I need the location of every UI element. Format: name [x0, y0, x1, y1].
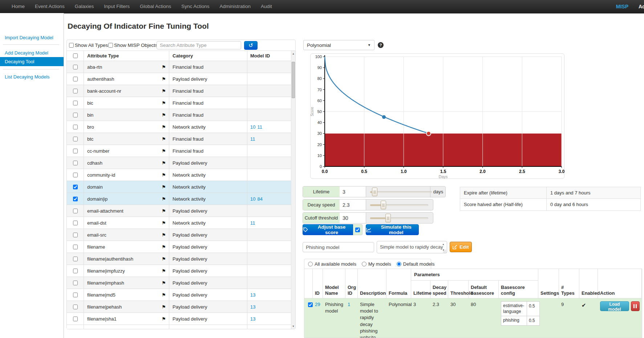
- filter-default-models[interactable]: Default models: [397, 261, 435, 267]
- model-id-link-11[interactable]: 11: [250, 220, 255, 226]
- edit-model-button[interactable]: Edit: [450, 242, 472, 252]
- nav-item-sync-actions[interactable]: Sync Actions: [176, 0, 214, 13]
- model-id-link[interactable]: 29: [315, 302, 320, 307]
- decay-speed-value-input[interactable]: 2.3: [340, 200, 366, 210]
- attribute-checkbox-bin[interactable]: [73, 113, 78, 117]
- flag-icon[interactable]: ⚑: [162, 160, 166, 166]
- nav-item-administration[interactable]: Administration: [215, 0, 256, 13]
- vertical-scrollbar[interactable]: ▲ ▼: [291, 51, 295, 329]
- model-id-link-13[interactable]: 13: [250, 316, 255, 322]
- cutoff-threshold-slider-handle[interactable]: [385, 214, 391, 222]
- flag-icon[interactable]: ⚑: [162, 208, 166, 214]
- attribute-checkbox-cdhash[interactable]: [73, 161, 78, 165]
- attribute-checkbox-bic[interactable]: [73, 101, 78, 105]
- flag-icon[interactable]: ⚑: [162, 112, 166, 118]
- flag-icon[interactable]: ⚑: [162, 268, 166, 274]
- flag-icon[interactable]: ⚑: [162, 256, 166, 262]
- flag-icon[interactable]: ⚑: [162, 244, 166, 250]
- textarea-resize-grip[interactable]: [443, 250, 446, 253]
- misp-brand-link[interactable]: MISP: [616, 0, 628, 13]
- attribute-checkbox-email-attachment[interactable]: [73, 209, 78, 213]
- flag-icon[interactable]: ⚑: [162, 220, 166, 226]
- nav-item-input-filters[interactable]: Input Filters: [99, 0, 135, 13]
- flag-icon[interactable]: ⚑: [162, 64, 166, 70]
- column-attribute-type[interactable]: Attribute Type: [84, 51, 169, 61]
- flag-icon[interactable]: ⚑: [162, 304, 166, 310]
- flag-icon[interactable]: ⚑: [162, 88, 166, 94]
- attribute-checkbox-community-id[interactable]: [73, 173, 78, 177]
- attribute-checkbox-domain[interactable]: [73, 185, 78, 189]
- attribute-checkbox-email-dst[interactable]: [73, 221, 78, 225]
- nav-item-audit[interactable]: Audit: [256, 0, 277, 13]
- flag-icon[interactable]: ⚑: [162, 76, 166, 82]
- lifetime-slider-handle[interactable]: [372, 188, 377, 196]
- formula-dropdown[interactable]: Polynomial ▼: [303, 40, 374, 50]
- sidebar-item-list-decaying-models[interactable]: List Decaying Models: [0, 73, 64, 81]
- flag-icon[interactable]: ⚑: [162, 124, 166, 130]
- model-id-link-11[interactable]: 11: [250, 136, 255, 142]
- select-all-attributes-checkbox[interactable]: [73, 53, 78, 58]
- model-row-checkbox[interactable]: [308, 302, 313, 307]
- filter-all-available-models[interactable]: All available models: [308, 261, 356, 267]
- attribute-checkbox-filename[interactable]: [73, 245, 78, 249]
- flag-icon[interactable]: ⚑: [162, 232, 166, 238]
- flag-icon[interactable]: ⚑: [162, 316, 166, 322]
- attribute-checkbox-email-src[interactable]: [73, 233, 78, 237]
- nav-item-event-actions[interactable]: Event Actions: [30, 0, 70, 13]
- model-id-link-13[interactable]: 13: [250, 304, 255, 310]
- org-id-link[interactable]: 1: [348, 302, 350, 307]
- model-id-link-10[interactable]: 10: [250, 196, 255, 202]
- scroll-up-icon[interactable]: ▲: [442, 243, 445, 245]
- adjust-base-score-checkbox[interactable]: [355, 228, 360, 232]
- decay-speed-slider-handle[interactable]: [381, 201, 386, 209]
- flag-icon[interactable]: ⚑: [162, 100, 166, 106]
- attribute-checkbox-authentihash[interactable]: [73, 77, 78, 81]
- attribute-checkbox-domain-ip[interactable]: [73, 197, 78, 201]
- sidebar-item-import-decaying-model[interactable]: Import Decaying Model: [0, 34, 64, 42]
- attribute-checkbox-bank-account-nr[interactable]: [73, 89, 78, 93]
- pause-model-button[interactable]: [631, 301, 640, 311]
- filter-radio-my-models[interactable]: [362, 262, 366, 266]
- nav-item-galaxies[interactable]: Galaxies: [70, 0, 99, 13]
- model-name-input[interactable]: [303, 242, 374, 252]
- flag-icon[interactable]: ⚑: [162, 280, 166, 286]
- sidebar-item-add-decaying-model[interactable]: Add Decaying Model: [0, 49, 64, 57]
- attribute-checkbox-bro[interactable]: [73, 125, 78, 129]
- lifetime-slider[interactable]: [370, 187, 432, 196]
- curve-marker-0[interactable]: [382, 115, 386, 119]
- cutoff-threshold-slider[interactable]: [370, 213, 428, 222]
- scrollbar-up-icon[interactable]: ▲: [291, 51, 295, 56]
- navbar-user-link[interactable]: Admin: [639, 0, 644, 13]
- model-id-link-10[interactable]: 10: [250, 124, 255, 130]
- scrollbar-down-icon[interactable]: ▼: [291, 323, 295, 329]
- column-model-id[interactable]: Model ID: [247, 51, 291, 61]
- attribute-checkbox-filename-pehash[interactable]: [73, 305, 78, 309]
- simulate-model-button[interactable]: Simulate this model: [366, 224, 419, 235]
- filter-radio-all-available-models[interactable]: [308, 262, 313, 266]
- lifetime-value-input[interactable]: 3: [340, 186, 366, 197]
- attribute-checkbox-aba-rtn[interactable]: [73, 65, 78, 69]
- cutoff-threshold-value-input[interactable]: 30: [340, 213, 366, 223]
- search-attribute-input[interactable]: [157, 41, 241, 49]
- flag-icon[interactable]: ⚑: [162, 184, 166, 190]
- model-id-link-11[interactable]: 11: [257, 124, 262, 130]
- model-description-textarea[interactable]: Simple model to rapidly decay: [377, 241, 447, 253]
- attribute-checkbox-filename-authentihash[interactable]: [73, 257, 78, 261]
- attribute-checkbox-filename-sha1[interactable]: [73, 317, 78, 321]
- model-id-link-84[interactable]: 84: [257, 196, 262, 202]
- attribute-checkbox-filename-md5[interactable]: [73, 293, 78, 297]
- load-model-button[interactable]: Load model: [600, 301, 629, 311]
- column-category[interactable]: Category: [169, 51, 247, 61]
- attribute-checkbox-btc[interactable]: [73, 137, 78, 141]
- filter-my-models[interactable]: My models: [362, 261, 391, 267]
- curve-marker-1[interactable]: [426, 131, 431, 136]
- decay-speed-slider[interactable]: [370, 200, 428, 209]
- help-icon[interactable]: ?: [378, 42, 384, 48]
- flag-icon[interactable]: ⚑: [162, 172, 166, 178]
- nav-item-global-actions[interactable]: Global Actions: [135, 0, 176, 13]
- filter-radio-default-models[interactable]: [397, 262, 401, 266]
- flag-icon[interactable]: ⚑: [162, 196, 166, 202]
- show-misp-objects-checkbox[interactable]: [108, 43, 113, 48]
- attribute-checkbox-filename-imphash[interactable]: [73, 281, 78, 285]
- flag-icon[interactable]: ⚑: [162, 292, 166, 298]
